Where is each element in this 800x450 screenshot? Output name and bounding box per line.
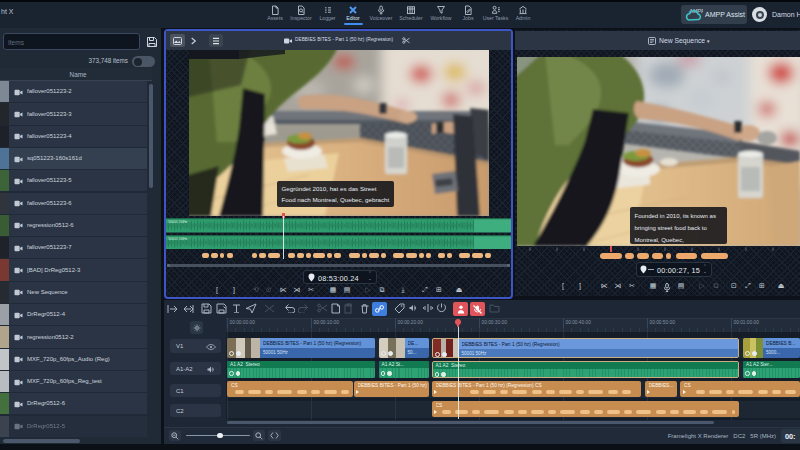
svg-text:50001 50Hz: 50001 50Hz bbox=[168, 220, 188, 224]
svg-text:50001 50Hz: 50001 50Hz bbox=[168, 237, 188, 241]
